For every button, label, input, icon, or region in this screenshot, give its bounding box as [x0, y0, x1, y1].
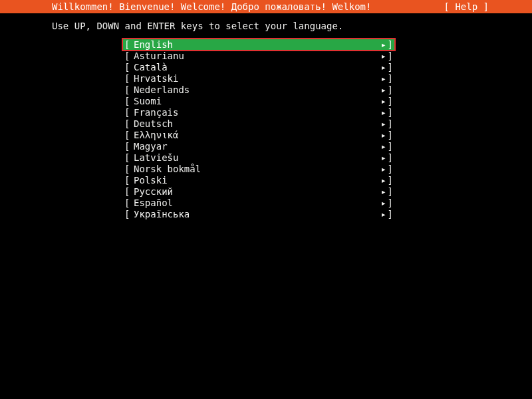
- language-name: Español: [134, 198, 374, 209]
- language-item[interactable]: [Hrvatski▸]: [123, 73, 394, 84]
- bracket-close: ]: [386, 51, 394, 62]
- bracket-close: ]: [386, 152, 394, 164]
- bracket-open: [: [123, 141, 134, 152]
- bracket-close: ]: [386, 209, 394, 220]
- instruction-text: Use UP, DOWN and ENTER keys to select yo…: [0, 21, 532, 31]
- submenu-arrow-icon: ▸: [374, 209, 386, 220]
- language-name: Ελληνικά: [134, 130, 374, 141]
- language-item[interactable]: [Deutsch▸]: [123, 118, 394, 130]
- bracket-open: [: [123, 39, 134, 51]
- bracket-close: ]: [386, 198, 394, 209]
- submenu-arrow-icon: ▸: [374, 39, 386, 51]
- language-list: [English▸][Asturianu▸][Català▸][Hrvatski…: [0, 39, 532, 220]
- language-item[interactable]: [Ελληνικά▸]: [123, 130, 394, 141]
- language-name: Polski: [134, 175, 374, 186]
- language-item[interactable]: [Norsk bokmål▸]: [123, 164, 394, 175]
- submenu-arrow-icon: ▸: [374, 51, 386, 62]
- bracket-close: ]: [386, 141, 394, 152]
- bracket-open: [: [123, 51, 134, 62]
- submenu-arrow-icon: ▸: [374, 107, 386, 118]
- submenu-arrow-icon: ▸: [374, 152, 386, 164]
- language-name: Deutsch: [134, 118, 374, 130]
- bracket-open: [: [123, 96, 134, 107]
- language-item[interactable]: [Asturianu▸]: [123, 51, 394, 62]
- bracket-open: [: [123, 73, 134, 84]
- submenu-arrow-icon: ▸: [374, 84, 386, 96]
- language-item[interactable]: [English▸]: [123, 39, 394, 51]
- bracket-close: ]: [386, 164, 394, 175]
- submenu-arrow-icon: ▸: [374, 62, 386, 73]
- bracket-close: ]: [386, 130, 394, 141]
- bracket-open: [: [123, 175, 134, 186]
- submenu-arrow-icon: ▸: [374, 73, 386, 84]
- language-item[interactable]: [Español▸]: [123, 198, 394, 209]
- content-area: Use UP, DOWN and ENTER keys to select yo…: [0, 13, 532, 225]
- language-name: Hrvatski: [134, 73, 374, 84]
- bracket-open: [: [123, 152, 134, 164]
- language-item[interactable]: [Suomi▸]: [123, 96, 394, 107]
- language-name: Nederlands: [134, 84, 374, 96]
- bracket-open: [: [123, 62, 134, 73]
- bracket-close: ]: [386, 84, 394, 96]
- language-item[interactable]: [Українська▸]: [123, 209, 394, 220]
- submenu-arrow-icon: ▸: [374, 141, 386, 152]
- language-item[interactable]: [Magyar▸]: [123, 141, 394, 152]
- bracket-close: ]: [386, 96, 394, 107]
- language-name: Asturianu: [134, 51, 374, 62]
- bracket-close: ]: [386, 62, 394, 73]
- header-title: Willkommen! Bienvenue! Welcome! Добро по…: [13, 0, 371, 13]
- submenu-arrow-icon: ▸: [374, 130, 386, 141]
- language-name: Magyar: [134, 141, 374, 152]
- submenu-arrow-icon: ▸: [374, 198, 386, 209]
- bracket-close: ]: [386, 118, 394, 130]
- submenu-arrow-icon: ▸: [374, 118, 386, 130]
- bracket-close: ]: [386, 107, 394, 118]
- bracket-open: [: [123, 84, 134, 96]
- language-name: Suomi: [134, 96, 374, 107]
- bracket-open: [: [123, 209, 134, 220]
- bracket-open: [: [123, 186, 134, 198]
- language-item[interactable]: [Català▸]: [123, 62, 394, 73]
- submenu-arrow-icon: ▸: [374, 96, 386, 107]
- language-name: Українська: [134, 209, 374, 220]
- language-name: Latviešu: [134, 152, 374, 164]
- language-name: Català: [134, 62, 374, 73]
- bracket-close: ]: [386, 175, 394, 186]
- bracket-open: [: [123, 198, 134, 209]
- bracket-close: ]: [386, 186, 394, 198]
- language-name: Français: [134, 107, 374, 118]
- bracket-open: [: [123, 164, 134, 175]
- bracket-open: [: [123, 118, 134, 130]
- bracket-close: ]: [386, 73, 394, 84]
- submenu-arrow-icon: ▸: [374, 186, 386, 198]
- language-item[interactable]: [Latviešu▸]: [123, 152, 394, 164]
- help-button[interactable]: [ Help ]: [444, 0, 519, 13]
- submenu-arrow-icon: ▸: [374, 175, 386, 186]
- language-name: English: [134, 39, 374, 51]
- language-item[interactable]: [Nederlands▸]: [123, 84, 394, 96]
- language-name: Norsk bokmål: [134, 164, 374, 175]
- language-item[interactable]: [Polski▸]: [123, 175, 394, 186]
- bracket-close: ]: [386, 39, 394, 51]
- language-name: Русский: [134, 186, 374, 198]
- language-item[interactable]: [Русский▸]: [123, 186, 394, 198]
- submenu-arrow-icon: ▸: [374, 164, 386, 175]
- bracket-open: [: [123, 130, 134, 141]
- bracket-open: [: [123, 107, 134, 118]
- language-item[interactable]: [Français▸]: [123, 107, 394, 118]
- header-bar: Willkommen! Bienvenue! Welcome! Добро по…: [0, 0, 532, 13]
